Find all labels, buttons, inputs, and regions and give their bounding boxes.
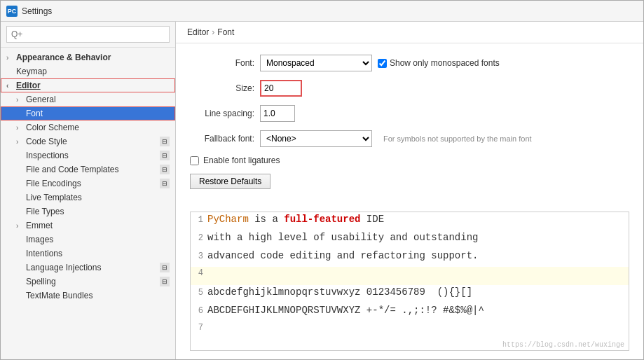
sidebar-item-editor[interactable]: ‹ Editor (1, 78, 175, 92)
preview-line-7: 7 (191, 321, 629, 340)
search-box (1, 22, 175, 48)
size-label: Size: (190, 83, 260, 93)
restore-defaults-button[interactable]: Restore Defaults (190, 174, 270, 189)
line-spacing-input[interactable] (260, 105, 295, 122)
preview-line-6: 6 ABCDEFGHIJKLMNOPQRSTUVWXYZ +-*/= .,;:!… (191, 303, 629, 321)
badge-icon: ⊟ (160, 137, 170, 146)
preview-line-3: 3 advanced code editing and refactoring … (191, 249, 629, 267)
show-monospaced-checkbox[interactable] (378, 59, 387, 68)
arrow-icon: › (16, 124, 26, 132)
font-dropdown[interactable]: Monospaced Consolas Courier New (260, 55, 372, 71)
fallback-font-control: <None> For symbols not supported by the … (260, 130, 532, 147)
sidebar-item-textmate[interactable]: TextMate Bundles (1, 289, 175, 303)
window-title: Settings (22, 6, 52, 16)
sidebar-item-emmet[interactable]: › Emmet (1, 219, 175, 233)
sidebar-item-file-code-templates[interactable]: File and Code Templates ⊟ (1, 162, 175, 176)
arrow-icon: › (16, 222, 26, 230)
preview-line-2: 2 with a high level of usability and out… (191, 230, 629, 249)
fallback-font-label: Fallback font: (190, 134, 260, 144)
size-row: Size: (190, 80, 629, 97)
settings-window: PC Settings › Appearance & Behavior Keym… (0, 0, 644, 360)
badge-icon: ⊟ (160, 165, 170, 174)
arrow-icon: › (6, 54, 16, 62)
line-spacing-label: Line spacing: (190, 109, 260, 118)
restore-defaults-row: Restore Defaults (190, 174, 629, 189)
breadcrumb-separator: › (212, 27, 214, 37)
sidebar-item-font[interactable]: Font (1, 106, 175, 120)
ligatures-label: Enable font ligatures (203, 155, 280, 165)
font-control: Monospaced Consolas Courier New Show onl… (260, 55, 500, 71)
badge-icon: ⊟ (160, 277, 170, 286)
sidebar-item-file-encodings[interactable]: File Encodings ⊟ (1, 176, 175, 191)
sidebar-item-live-templates[interactable]: Live Templates (1, 191, 175, 205)
fallback-font-dropdown[interactable]: <None> (260, 130, 372, 147)
line-spacing-control (260, 105, 295, 122)
show-monospaced-label: Show only monospaced fonts (390, 58, 500, 68)
title-bar: PC Settings (1, 1, 643, 22)
sidebar-item-spelling[interactable]: Spelling ⊟ (1, 275, 175, 289)
breadcrumb-parent: Editor (187, 27, 209, 37)
preview-line-4: 4 (191, 267, 629, 285)
sidebar: › Appearance & Behavior Keymap ‹ Editor … (1, 22, 176, 359)
sidebar-item-intentions[interactable]: Intentions (1, 247, 175, 261)
breadcrumb-current: Font (217, 27, 234, 37)
arrow-icon: › (16, 138, 26, 146)
sidebar-item-inspections[interactable]: Inspections ⊟ (1, 148, 175, 162)
arrow-icon: ‹ (6, 82, 16, 90)
size-control (260, 80, 302, 97)
sidebar-item-language-injections[interactable]: Language Injections ⊟ (1, 261, 175, 275)
settings-tree: › Appearance & Behavior Keymap ‹ Editor … (1, 48, 175, 359)
show-monospaced-row: Show only monospaced fonts (378, 58, 500, 68)
badge-icon: ⊟ (160, 179, 170, 188)
preview-line-5: 5 abcdefghijklmnopqrstuvwxyz 0123456789 … (191, 285, 629, 303)
sidebar-item-general[interactable]: › General (1, 92, 175, 106)
settings-panel: Font: Monospaced Consolas Courier New Sh… (176, 43, 643, 212)
badge-icon: ⊟ (160, 151, 170, 160)
font-row: Font: Monospaced Consolas Courier New Sh… (190, 55, 629, 71)
badge-icon: ⊟ (160, 263, 170, 272)
breadcrumb: Editor › Font (176, 22, 643, 43)
ligatures-checkbox[interactable] (190, 156, 199, 165)
preview-line-1: 1 PyCharm is a full-featured IDE (191, 212, 629, 230)
main-panel: Editor › Font Font: Monospaced Consolas … (176, 22, 643, 359)
line-spacing-row: Line spacing: (190, 105, 629, 122)
ligatures-row: Enable font ligatures (190, 155, 629, 165)
sidebar-item-keymap[interactable]: Keymap (1, 64, 175, 78)
watermark: https://blog.csdn.net/wuxinge (191, 340, 629, 350)
sidebar-item-images[interactable]: Images (1, 233, 175, 247)
search-input[interactable] (6, 26, 170, 43)
font-preview: 1 PyCharm is a full-featured IDE 2 with … (190, 212, 629, 351)
font-label: Font: (190, 58, 260, 68)
arrow-icon: › (16, 96, 26, 104)
sidebar-item-file-types[interactable]: File Types (1, 205, 175, 219)
fallback-font-row: Fallback font: <None> For symbols not su… (190, 130, 629, 147)
size-input[interactable] (260, 80, 302, 97)
sidebar-item-color-scheme[interactable]: › Color Scheme (1, 120, 175, 134)
fallback-hint: For symbols not supported by the main fo… (383, 134, 532, 143)
app-icon: PC (6, 6, 18, 17)
sidebar-item-code-style[interactable]: › Code Style ⊟ (1, 134, 175, 148)
sidebar-item-appearance[interactable]: › Appearance & Behavior (1, 50, 175, 64)
